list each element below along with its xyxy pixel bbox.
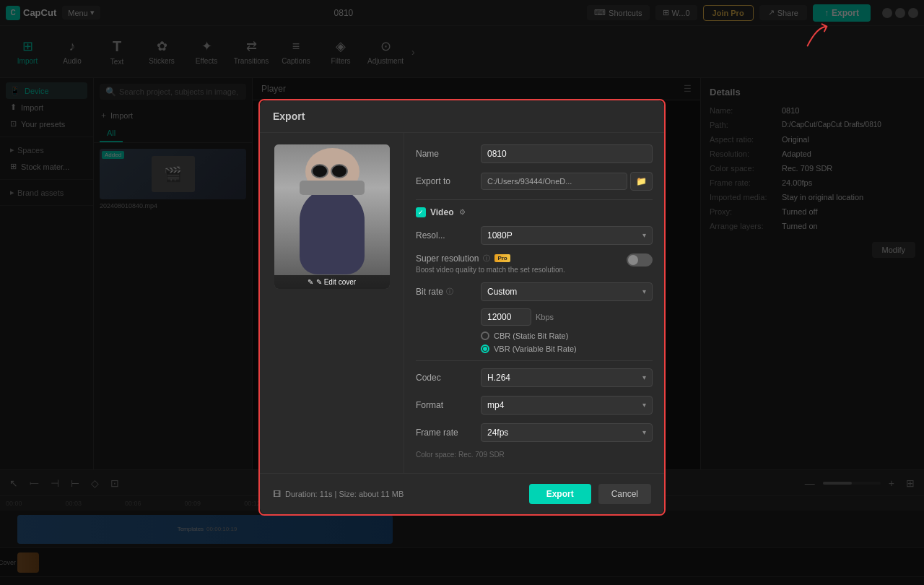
format-select[interactable]: mp4 ▾ (481, 396, 653, 415)
form-name-label: Name (416, 149, 481, 159)
super-res-label: Super resolution (416, 254, 479, 264)
bitrate-value-row: Kbps (481, 308, 653, 326)
vbr-radio-row: VBR (Variable Bit Rate) (481, 344, 653, 353)
bitrate-label: Bit rate ⓘ (416, 287, 481, 297)
super-res-description: Boost video quality to match the set res… (416, 265, 621, 275)
bitrate-mode-select[interactable]: Custom ▾ (481, 282, 653, 301)
export-modal-inner: Export (260, 100, 664, 514)
resolution-dropdown-label: Resol... (416, 230, 481, 240)
framerate-select-row: Frame rate 24fps ▾ (416, 423, 653, 442)
super-res-toggle[interactable] (627, 254, 653, 266)
modal-body: ✎ ✎ Edit cover Name Export to (260, 133, 664, 473)
resolution-value: 1080P (487, 230, 513, 240)
edit-cover-label: ✎ Edit cover (316, 278, 356, 286)
modal-footer: 🎞 Duration: 11s | Size: about 11 MB Expo… (260, 473, 664, 514)
preview-thumbnail: ✎ ✎ Edit cover (274, 144, 390, 289)
info-icon: ⓘ (483, 254, 490, 264)
super-res-content: Super resolution ⓘ Pro Boost video quali… (416, 254, 621, 275)
bitrate-unit: Kbps (536, 313, 554, 321)
edit-cover-overlay[interactable]: ✎ ✎ Edit cover (274, 275, 390, 289)
format-chevron-icon: ▾ (642, 401, 646, 409)
framerate-select-label: Frame rate (416, 428, 481, 438)
codec-value: H.264 (487, 373, 510, 383)
modal-title: Export (273, 110, 305, 122)
export-modal: Export (258, 99, 666, 516)
video-checkbox[interactable]: ✓ (416, 207, 426, 217)
resolution-row: Resol... 1080P ▾ (416, 226, 653, 245)
duration-info: 🎞 Duration: 11s | Size: about 11 MB (273, 490, 404, 498)
radio-dot (483, 347, 487, 351)
framerate-chevron-icon: ▾ (642, 428, 646, 436)
framerate-select-value: 24fps (487, 428, 508, 438)
modal-form: Name Export to 📁 (404, 133, 664, 473)
cancel-button[interactable]: Cancel (598, 484, 651, 504)
video-checkbox-row: ✓ Video ⚙ (416, 207, 653, 217)
super-res-label-row: Super resolution ⓘ Pro (416, 254, 621, 264)
format-row: Format mp4 ▾ (416, 396, 653, 415)
duration-text: Duration: 11s | Size: about 11 MB (285, 490, 404, 498)
modal-header: Export (260, 100, 664, 133)
name-input[interactable] (481, 144, 653, 163)
footer-buttons: Export Cancel (529, 484, 651, 504)
bitrate-chevron-icon: ▾ (642, 287, 646, 295)
cbr-radio-row: CBR (Static Bit Rate) (481, 332, 653, 340)
folder-browse-button[interactable]: 📁 (630, 172, 653, 191)
bitrate-value-input[interactable] (481, 308, 531, 326)
modal-preview: ✎ ✎ Edit cover (260, 133, 404, 473)
video-settings-icon: ⚙ (459, 208, 466, 216)
path-input[interactable] (481, 173, 627, 190)
bitrate-row: Bit rate ⓘ Custom ▾ (416, 282, 653, 301)
arrow-indicator (803, 22, 832, 51)
format-value: mp4 (487, 400, 504, 410)
pro-badge: Pro (494, 254, 510, 262)
vbr-radio[interactable] (481, 344, 489, 353)
modal-overlay: Export (0, 0, 924, 585)
export-button[interactable]: Export (529, 484, 591, 504)
divider-1 (416, 199, 653, 200)
color-space-note: Color space: Rec. 709 SDR (416, 451, 653, 459)
name-row: Name (416, 144, 653, 163)
film-icon: 🎞 (273, 490, 281, 498)
resolution-select[interactable]: 1080P ▾ (481, 226, 653, 245)
folder-icon: 📁 (636, 176, 647, 186)
export-to-row: Export to 📁 (416, 172, 653, 191)
edit-pencil-icon: ✎ (308, 278, 313, 286)
divider-2 (416, 360, 653, 361)
cbr-label: CBR (Static Bit Rate) (494, 332, 568, 340)
video-label: Video (430, 207, 453, 217)
codec-row: Codec H.264 ▾ (416, 368, 653, 387)
gru-character (274, 144, 390, 289)
super-resolution-row: Super resolution ⓘ Pro Boost video quali… (416, 254, 653, 275)
codec-label: Codec (416, 373, 481, 383)
path-row: 📁 (481, 172, 653, 191)
vbr-label: VBR (Variable Bit Rate) (494, 344, 577, 353)
toggle-knob (628, 255, 638, 265)
chevron-down-icon: ▾ (642, 231, 646, 239)
cbr-radio[interactable] (481, 332, 489, 340)
codec-select[interactable]: H.264 ▾ (481, 368, 653, 387)
framerate-select[interactable]: 24fps ▾ (481, 423, 653, 442)
export-to-label: Export to (416, 176, 481, 186)
bitrate-info-icon: ⓘ (446, 287, 453, 297)
bitrate-mode-value: Custom (487, 287, 517, 297)
codec-chevron-icon: ▾ (642, 373, 646, 381)
format-label: Format (416, 400, 481, 410)
